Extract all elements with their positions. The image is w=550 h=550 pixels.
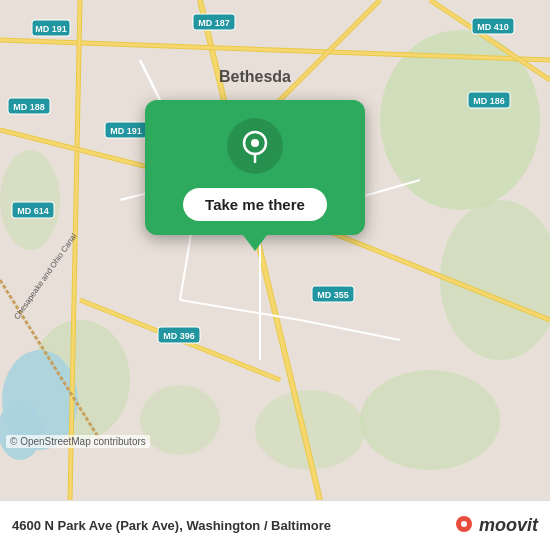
svg-text:MD 355: MD 355: [317, 290, 349, 300]
svg-point-58: [251, 139, 259, 147]
svg-point-3: [0, 150, 60, 250]
svg-text:MD 187: MD 187: [198, 18, 230, 28]
map-attribution: © OpenStreetMap contributors: [6, 435, 150, 448]
svg-point-61: [461, 521, 467, 527]
svg-text:MD 186: MD 186: [473, 96, 505, 106]
take-me-there-button[interactable]: Take me there: [183, 188, 327, 221]
svg-text:MD 191: MD 191: [110, 126, 142, 136]
svg-text:Bethesda: Bethesda: [219, 68, 291, 85]
svg-point-9: [0, 400, 42, 460]
footer-address: 4600 N Park Ave (Park Ave), Washington /…: [12, 518, 453, 533]
svg-text:MD 614: MD 614: [17, 206, 49, 216]
moovit-logo: moovit: [453, 515, 538, 537]
svg-point-5: [140, 385, 220, 455]
location-icon-wrap: [227, 118, 283, 174]
svg-text:MD 410: MD 410: [477, 22, 509, 32]
location-popup[interactable]: Take me there: [145, 100, 365, 235]
svg-text:MD 191: MD 191: [35, 24, 67, 34]
svg-text:MD 396: MD 396: [163, 331, 195, 341]
svg-text:MD 188: MD 188: [13, 102, 45, 112]
location-pin-icon: [238, 129, 272, 163]
moovit-pin-icon: [453, 515, 475, 537]
map-view: MD 191 MD 187 MD 410 MD 188 MD 191 MD 18…: [0, 0, 550, 500]
moovit-brand-text: moovit: [479, 515, 538, 536]
svg-point-6: [360, 370, 500, 470]
footer-bar: 4600 N Park Ave (Park Ave), Washington /…: [0, 500, 550, 550]
